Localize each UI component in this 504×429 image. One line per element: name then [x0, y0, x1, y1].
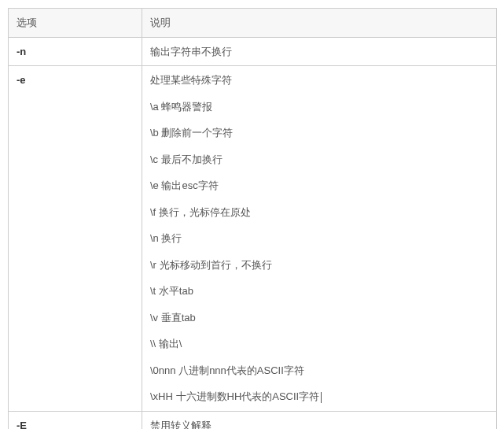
esc-item: \a 蜂鸣器警报 — [150, 99, 488, 115]
esc-item: \c 最后不加换行 — [150, 152, 488, 168]
option-cell-e: -e — [9, 66, 142, 412]
esc-item: \\ 输出\ — [150, 336, 488, 352]
esc-item: \n 换行 — [150, 231, 488, 246]
header-option: 选项 — [9, 9, 142, 38]
esc-item: \f 换行，光标停在原处 — [150, 205, 488, 220]
table-row: -e 处理某些特殊字符 \a 蜂鸣器警报 \b 删除前一个字符 \c 最后不加换… — [9, 66, 497, 412]
esc-item: \0nnn 八进制nnn代表的ASCII字符 — [150, 363, 488, 379]
desc-cell-E: 禁用转义解释 — [142, 411, 497, 429]
desc-cell-e: 处理某些特殊字符 \a 蜂鸣器警报 \b 删除前一个字符 \c 最后不加换行 \… — [142, 66, 497, 412]
esc-item: \r 光标移动到首行，不换行 — [150, 257, 488, 273]
text-cursor-icon — [321, 392, 322, 403]
esc-item: \e 输出esc字符 — [150, 178, 488, 194]
esc-item: \v 垂直tab — [150, 310, 488, 326]
desc-intro: 处理某些特殊字符 — [150, 72, 488, 88]
esc-item: \b 删除前一个字符 — [150, 125, 488, 141]
esc-item: \xHH 十六进制数HH代表的ASCII字符 — [150, 389, 488, 405]
esc-item: \t 水平tab — [150, 283, 488, 299]
header-description: 说明 — [142, 9, 497, 38]
table-row: -n 输出字符串不换行 — [9, 37, 497, 66]
desc-cell-n: 输出字符串不换行 — [142, 37, 497, 66]
options-table: 选项 说明 -n 输出字符串不换行 -e 处理某些特殊字符 \a 蜂鸣器警报 \… — [8, 8, 497, 429]
option-cell-E: -E — [9, 411, 142, 429]
table-row: -E 禁用转义解释 — [9, 411, 497, 429]
option-cell-n: -n — [9, 37, 142, 66]
table-header-row: 选项 说明 — [9, 9, 497, 38]
